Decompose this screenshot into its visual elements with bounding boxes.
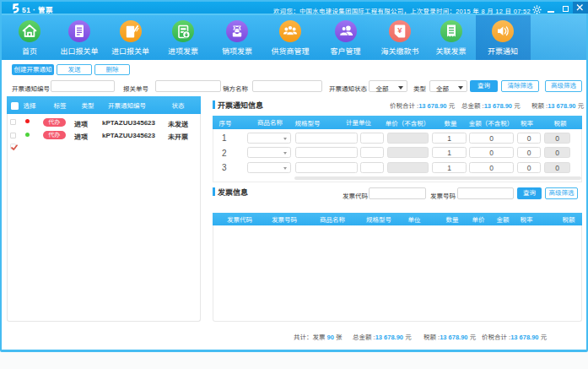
svg-text:¥: ¥ [397,25,402,35]
